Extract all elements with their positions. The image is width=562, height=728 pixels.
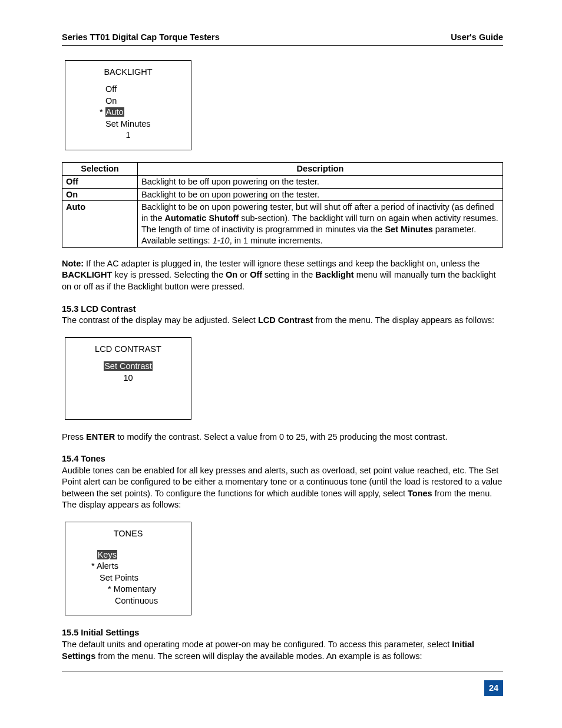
text: from the menu. The display appears as fo… — [313, 315, 494, 325]
lcd-tones-title: TONES — [71, 528, 185, 540]
header-title-right: User's Guide — [451, 32, 503, 44]
table-row: On Backlight to be on upon powering on t… — [62, 188, 503, 201]
lcd-tones: TONES * Keys * Alerts Set Points * Momen… — [65, 522, 191, 615]
paragraph: The default units and operating mode at … — [62, 639, 503, 662]
page-number: 24 — [484, 680, 503, 696]
footer-divider — [62, 671, 503, 672]
section-heading: 15.5 Initial Settings — [62, 627, 503, 639]
note-paragraph: Note: If the AC adapter is plugged in, t… — [62, 258, 503, 293]
paragraph: Audible tones can be enabled for all key… — [62, 465, 503, 511]
text: The contrast of the display may be adjus… — [62, 315, 258, 325]
paragraph: The contrast of the display may be adjus… — [62, 315, 503, 327]
lcd-row: On — [71, 95, 185, 107]
lcd-selected-marker: * — [100, 107, 103, 117]
table-header-row: Selection Description — [62, 162, 503, 175]
bold-text: Set Minutes — [385, 225, 432, 234]
cell-selection: Auto — [62, 201, 138, 247]
bold-text: ENTER — [86, 432, 115, 442]
page-header: Series TT01 Digital Cap Torque Testers U… — [62, 32, 503, 46]
text: The default units and operating mode at … — [62, 640, 452, 649]
text: or — [237, 270, 250, 279]
lcd-backlight: BACKLIGHT Off On * Auto Set Minutes 1 — [65, 60, 191, 150]
bold-text: On — [226, 270, 237, 279]
text: to modify the contrast. Select a value f… — [115, 432, 447, 442]
cell-selection: Off — [62, 175, 138, 188]
bold-text: Backlight — [315, 270, 353, 279]
lcd-contrast: LCD CONTRAST Set Contrast 10 — [65, 337, 191, 420]
lcd-row: * Auto — [71, 107, 185, 118]
lcd-row: * Alerts — [71, 561, 185, 572]
cell-description: Backlight to be off upon powering on the… — [138, 175, 503, 188]
page: Series TT01 Digital Cap Torque Testers U… — [0, 0, 562, 728]
lcd-selected-item: Set Contrast — [104, 361, 153, 371]
lcd-row: * Keys — [71, 549, 185, 561]
text: , in 1 minute increments. — [230, 236, 323, 245]
table-row: Off Backlight to be off upon powering on… — [62, 175, 503, 188]
note-label: Note: — [62, 259, 84, 268]
lcd-contrast-title: LCD CONTRAST — [71, 344, 185, 355]
lcd-row: Set Contrast — [71, 361, 185, 373]
bold-text: Automatic Shutoff — [165, 213, 239, 223]
lcd-item: Momentary — [114, 584, 157, 594]
bold-text: Off — [250, 270, 262, 279]
text: Press — [62, 432, 86, 442]
header-title-left: Series TT01 Digital Cap Torque Testers — [62, 32, 220, 44]
text: from the menu. The screen will display t… — [95, 651, 422, 661]
col-header-selection: Selection — [62, 162, 138, 175]
cell-description: Backlight to be on upon powering tester,… — [138, 201, 503, 247]
cell-description: Backlight to be on upon powering on the … — [138, 188, 503, 201]
lcd-row: Continuous — [71, 595, 185, 607]
lcd-selected-marker: * — [108, 584, 111, 594]
section-heading: 15.3 LCD Contrast — [62, 304, 503, 315]
selection-table: Selection Description Off Backlight to b… — [62, 162, 503, 248]
text: setting in the — [262, 270, 315, 279]
bold-text: LCD Contrast — [258, 315, 313, 325]
bold-text: Tones — [408, 489, 432, 498]
lcd-row: * Momentary — [71, 584, 185, 595]
lcd-row: Set Points — [71, 572, 185, 584]
italic-text: 1-10 — [213, 236, 230, 245]
section-heading: 15.4 Tones — [62, 453, 503, 465]
lcd-row: Set Minutes — [71, 118, 185, 130]
bold-text: BACKLIGHT — [62, 270, 112, 279]
lcd-item: Alerts — [97, 561, 118, 571]
cell-selection: On — [62, 188, 138, 201]
lcd-selected-item: Auto — [105, 107, 124, 117]
lcd-row: 1 — [71, 130, 185, 141]
lcd-selected-item: Keys — [97, 550, 117, 559]
lcd-row: 10 — [71, 373, 185, 384]
lcd-row: Off — [71, 84, 185, 95]
col-header-description: Description — [138, 162, 503, 175]
text: key is pressed. Selecting the — [112, 270, 226, 279]
text: If the AC adapter is plugged in, the tes… — [84, 259, 480, 268]
paragraph: Press ENTER to modify the contrast. Sele… — [62, 431, 503, 443]
lcd-selected-marker: * — [91, 561, 95, 571]
table-row: Auto Backlight to be on upon powering te… — [62, 201, 503, 247]
lcd-backlight-title: BACKLIGHT — [71, 67, 185, 78]
